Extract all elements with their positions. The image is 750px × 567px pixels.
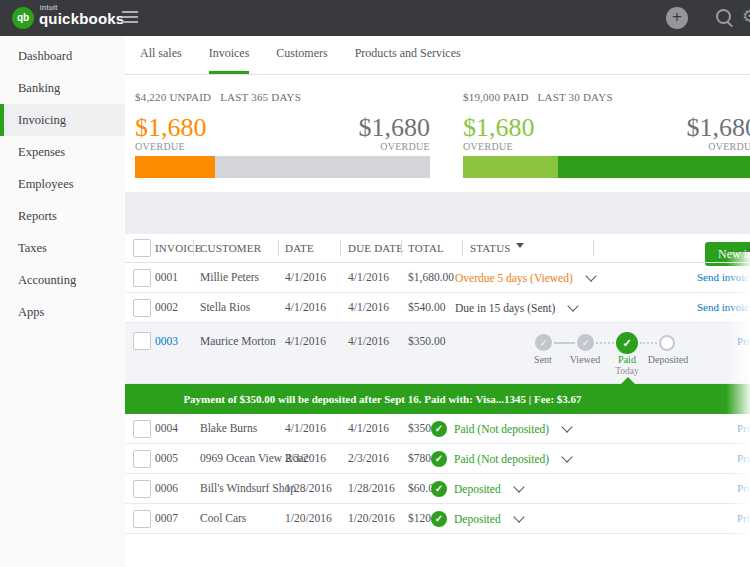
paid-right-amount-block[interactable]: $1,680 OVERDUE [687,116,750,152]
row-checkbox[interactable] [133,450,151,468]
quickbooks-logo-icon[interactable]: qb [12,7,34,29]
col-customer[interactable]: CUSTOMER [200,234,261,262]
print-link[interactable]: Print [737,474,750,503]
col-due-date[interactable]: DUE DATE [348,234,403,262]
chevron-down-icon[interactable] [585,270,596,281]
tab-customers[interactable]: Customers [276,36,327,74]
invoice-total: $1,680.00 [408,263,454,292]
due-date: 1/28/2016 [348,474,395,503]
not-due-label: OVERDUE [359,141,431,152]
not-due-amount-block[interactable]: $1,680 OVERDUE [359,116,431,152]
col-invoice[interactable]: INVOICE [155,234,202,262]
invoice-date: 1/20/2016 [285,504,332,533]
send-invoice-link[interactable]: Send invoice [697,293,750,322]
row-checkbox[interactable] [133,299,151,317]
sidebar-nav: Dashboard Banking Invoicing Expenses Emp… [0,36,125,567]
chevron-down-icon[interactable] [513,511,524,522]
invoice-number: 0001 [155,263,178,292]
select-all-checkbox[interactable] [133,239,151,257]
table-row[interactable]: 0002 Stella Rios 4/1/2016 4/1/2016 $540.… [125,293,750,323]
table-row[interactable]: 0001 Millie Peters 4/1/2016 4/1/2016 $1,… [125,263,750,293]
invoice-total: $540.00 [408,293,445,322]
unpaid-money-bar[interactable] [135,156,430,178]
print-link[interactable]: Print [737,323,750,359]
customer-name: Stella Rios [200,293,250,322]
customer-name: Bill's Windsurf Shop [200,474,296,503]
col-total[interactable]: TOTAL [408,234,444,262]
sidebar-item-invoicing[interactable]: Invoicing [0,104,125,136]
table-row-expanded[interactable]: 0003 Maurice Morton 4/1/2016 4/1/2016 $3… [125,323,750,384]
print-link[interactable]: Print [737,444,750,473]
paid-left-amount-block[interactable]: $1,680 OVERDUE [463,116,535,152]
viewed-check-icon: ✓ [577,334,594,351]
tab-all-sales[interactable]: All sales [140,36,182,74]
due-date: 4/1/2016 [348,263,389,292]
tracker-connector [640,342,657,344]
send-invoice-link[interactable]: Send invoice [697,263,750,292]
search-icon[interactable] [715,8,735,28]
table-row[interactable]: 0006 Bill's Windsurf Shop 1/28/2016 1/28… [125,474,750,504]
invoice-status-tracker: ✓ ✓ ✓ Sent Viewed Paid Deposited Today [125,323,750,383]
table-row[interactable]: 0007 Cool Cars 1/20/2016 1/20/2016 $120.… [125,504,750,534]
chevron-down-icon[interactable] [562,451,573,462]
print-link[interactable]: Print [737,504,750,533]
paid-bar-fill [463,156,558,178]
paid-check-icon: ✓ [431,421,447,437]
table-row[interactable]: 0005 0969 Ocean View Roac 2/3/2016 2/3/2… [125,444,750,474]
col-action[interactable]: ACTION [593,234,750,262]
chevron-down-icon[interactable] [562,421,573,432]
sidebar-item-employees[interactable]: Employees [0,168,125,200]
row-checkbox[interactable] [133,480,151,498]
step-label-deposited: Deposited [648,354,689,365]
payment-banner: Payment of $350.00 will be deposited aft… [125,384,750,414]
tracker-connector [554,342,575,344]
sidebar-item-taxes[interactable]: Taxes [0,232,125,264]
tracker-connector [596,342,614,344]
status-text: Paid (Not deposited) [454,453,549,465]
chevron-down-icon[interactable] [568,300,579,311]
overdue-amount-block[interactable]: $1,680 OVERDUE [135,116,207,152]
paid-heading: $19,000 PAIDLAST 30 DAYS [463,75,750,103]
status-sort-icon[interactable] [516,243,524,252]
paid-check-icon: ✓ [431,451,447,467]
sidebar-item-accounting[interactable]: Accounting [0,264,125,296]
table-row[interactable]: 0004 Blake Burns 4/1/2016 4/1/2016 $350.… [125,414,750,444]
chevron-down-icon[interactable] [513,481,524,492]
due-date: 4/1/2016 [348,293,389,322]
search-handle [727,21,733,27]
col-date[interactable]: DATE [285,234,314,262]
sidebar-item-apps[interactable]: Apps [0,296,125,328]
step-sub-today: Today [615,366,639,376]
paid-check-icon: ✓ [616,332,638,354]
not-due-amount: $1,680 [359,116,431,140]
due-date: 4/1/2016 [348,414,389,443]
tab-products-services[interactable]: Products and Services [355,36,461,74]
sidebar-item-reports[interactable]: Reports [0,200,125,232]
row-checkbox[interactable] [133,420,151,438]
gear-icon[interactable]: ⚙ [742,6,750,27]
hamburger-menu-icon[interactable] [122,11,138,25]
paid-panel: $19,000 PAIDLAST 30 DAYS $1,680 OVERDUE … [463,75,750,178]
paid-money-bar[interactable] [463,156,750,178]
unpaid-panel: $4,220 UNPAIDLAST 365 DAYS $1,680 OVERDU… [135,75,430,178]
col-status[interactable]: STATUS [470,234,524,262]
step-label-viewed: Viewed [570,354,601,365]
tab-invoices[interactable]: Invoices [209,36,250,74]
payment-banner-text: Payment of $350.00 will be deposited aft… [183,393,581,405]
sidebar-item-banking[interactable]: Banking [0,72,125,104]
row-checkbox[interactable] [133,510,151,528]
banner-caret-icon [621,377,635,384]
sidebar-item-expenses[interactable]: Expenses [0,136,125,168]
invoice-number: 0006 [155,474,178,503]
deposited-empty-icon [659,335,675,351]
create-plus-icon[interactable]: + [666,7,688,29]
paid-left-amount: $1,680 [463,116,535,140]
invoice-date: 2/3/2016 [285,444,326,473]
brand-wordmark: intuit quickbooks [39,3,124,26]
main-content: All sales Invoices Customers Products an… [125,36,750,567]
print-link[interactable]: Print [737,414,750,443]
sidebar-item-dashboard[interactable]: Dashboard [0,40,125,72]
step-label-paid: Paid [618,354,636,365]
row-checkbox[interactable] [133,269,151,287]
overdue-amount: $1,680 [135,116,207,140]
